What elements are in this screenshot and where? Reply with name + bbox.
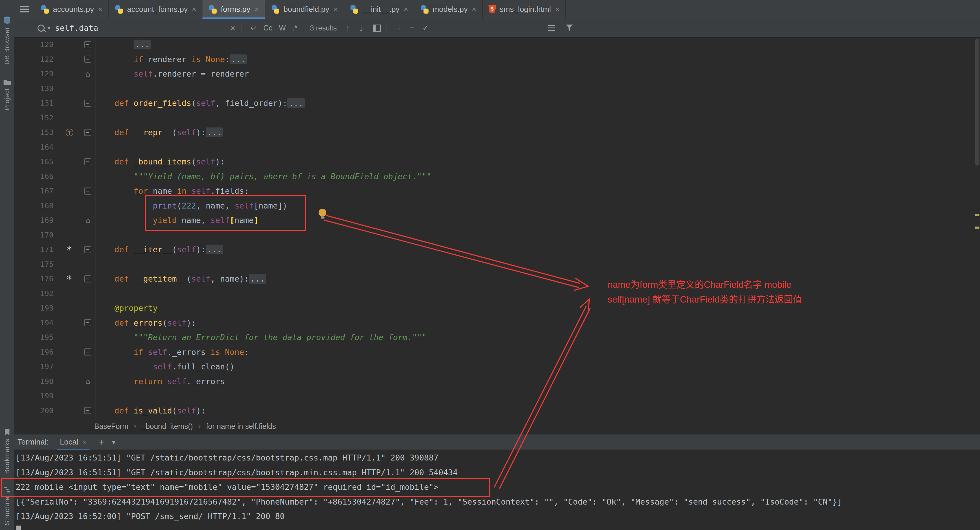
fold-toggle-icon[interactable]: − xyxy=(84,275,91,283)
code-text: def __getitem__(self, name):... xyxy=(95,271,266,286)
fold-toggle-icon[interactable]: − xyxy=(84,129,91,136)
code-token: is xyxy=(210,348,220,357)
fold-toggle-icon[interactable]: − xyxy=(84,158,91,165)
filter-icon[interactable] xyxy=(566,24,573,32)
line-number: 170 xyxy=(14,231,58,239)
tab-close-icon[interactable]: × xyxy=(555,5,560,14)
previous-occurrence-button[interactable]: ↑ xyxy=(346,23,350,33)
breadcrumb-item[interactable]: _bound_items() xyxy=(142,422,193,431)
breadcrumb-item[interactable]: for name in self.fields xyxy=(206,422,276,431)
search-query-text[interactable]: self.data xyxy=(55,23,230,32)
code-token xyxy=(201,55,206,64)
code-text: def _bound_items(self): xyxy=(95,154,225,169)
fold-toggle-icon[interactable]: − xyxy=(84,348,91,356)
close-icon[interactable]: × xyxy=(83,438,87,446)
fold-end-icon: ⌂ xyxy=(86,70,91,78)
editor-tab[interactable]: models.py× xyxy=(414,0,483,19)
sidebar-item-project[interactable]: Project xyxy=(3,79,11,110)
code-line: 199 xyxy=(14,389,980,404)
main-menu-button[interactable] xyxy=(14,0,35,19)
remove-occurrence-icon[interactable]: − xyxy=(410,23,414,32)
newline-icon[interactable]: ↵ xyxy=(251,24,257,32)
line-number: 168 xyxy=(14,201,58,210)
code-token: print xyxy=(153,201,177,210)
override-marker-icon[interactable]: ↑ xyxy=(65,129,73,136)
terminal-cursor[interactable] xyxy=(16,525,21,530)
search-result-stripe-mark[interactable] xyxy=(975,227,979,228)
line-number: 167 xyxy=(14,187,58,195)
select-all-occurrences-icon[interactable]: ✓ xyxy=(422,23,429,32)
sidebar-item-label: Structure xyxy=(3,496,11,525)
editor-tab[interactable]: __init__.py× xyxy=(344,0,414,19)
fold-toggle-icon[interactable]: − xyxy=(84,246,91,253)
code-token: if xyxy=(134,348,143,357)
tab-close-icon[interactable]: × xyxy=(192,5,196,14)
code-token: ( xyxy=(191,99,196,108)
line-number: 131 xyxy=(14,99,58,107)
tab-close-icon[interactable]: × xyxy=(333,5,338,14)
code-line: 166 """Yield (name, bf) pairs, where bf … xyxy=(14,169,980,184)
code-token: self xyxy=(234,201,254,210)
sidebar-item-structure[interactable]: Structure xyxy=(3,486,11,525)
terminal-tab-local[interactable]: Local × xyxy=(57,434,89,450)
code-token: @property xyxy=(115,303,158,313)
clear-search-icon[interactable]: × xyxy=(230,23,235,33)
tab-close-icon[interactable]: × xyxy=(472,5,476,14)
chevron-down-icon[interactable]: ▾ xyxy=(112,438,116,446)
annotation-note-line: name为form类里定义的CharField名字 mobile xyxy=(608,278,897,292)
terminal-line: 222 mobile <input type="text" name="mobi… xyxy=(16,480,980,495)
regex-toggle[interactable]: .* xyxy=(292,24,298,32)
fold-toggle-icon[interactable]: − xyxy=(84,187,91,195)
editor-tab[interactable]: forms.py× xyxy=(202,0,265,19)
fold-toggle-icon[interactable]: − xyxy=(84,41,91,48)
editor-scrollbar[interactable] xyxy=(974,37,980,418)
new-terminal-session-button[interactable]: + xyxy=(99,436,104,448)
terminal-tab-label: Local xyxy=(60,437,78,447)
view-options-icon[interactable] xyxy=(548,25,555,31)
editor-tab[interactable]: accounts.py× xyxy=(35,0,109,19)
tab-close-icon[interactable]: × xyxy=(404,5,408,14)
code-token: ( xyxy=(172,406,177,415)
editor-tab-bar: accounts.py×account_forms.py×forms.py×bo… xyxy=(14,0,980,19)
fold-toggle-icon[interactable]: − xyxy=(84,100,91,107)
line-number: 120 xyxy=(14,40,58,49)
tab-close-icon[interactable]: × xyxy=(255,5,259,14)
folder-icon xyxy=(3,79,11,85)
scrollbar-thumb[interactable] xyxy=(975,38,979,166)
code-token: yield xyxy=(153,216,177,225)
search-result-stripe-mark[interactable] xyxy=(975,214,979,216)
code-line: 169⌂ yield name, self[name] xyxy=(14,213,980,228)
editor-tab[interactable]: account_forms.py× xyxy=(109,0,202,19)
add-occurrence-icon[interactable]: + xyxy=(397,23,401,32)
match-case-toggle[interactable]: Cc xyxy=(263,24,272,32)
code-line: 164 xyxy=(14,140,980,155)
code-line: 131− def order_fields(self, field_order)… xyxy=(14,96,980,111)
line-number: 129 xyxy=(14,70,58,78)
code-token: __getitem__ xyxy=(134,274,186,283)
editor-tab[interactable]: 5sms_login.html× xyxy=(483,0,566,19)
words-toggle[interactable]: W xyxy=(279,24,286,32)
editor-tab[interactable]: boundfield.py× xyxy=(265,0,344,19)
fold-toggle-icon[interactable]: − xyxy=(84,56,91,63)
open-in-find-window-icon[interactable] xyxy=(373,24,381,32)
sidebar-item-db-browser[interactable]: DB Browser xyxy=(3,16,11,64)
line-number: 152 xyxy=(14,113,58,122)
code-line: 165− def _bound_items(self): xyxy=(14,154,980,169)
gutter-fold-cell: − xyxy=(80,319,95,326)
search-history-chevron-icon[interactable]: ▾ xyxy=(48,25,50,31)
gutter-star-icon: * xyxy=(67,273,72,284)
intention-bulb-icon[interactable] xyxy=(318,209,327,218)
code-token: self xyxy=(196,157,215,166)
sidebar-item-bookmarks[interactable]: Bookmarks xyxy=(3,429,11,474)
breadcrumb-item[interactable]: BaseForm xyxy=(94,422,128,431)
next-occurrence-button[interactable]: ↓ xyxy=(359,23,364,33)
search-input[interactable]: self.data × xyxy=(55,23,235,33)
line-number: 171 xyxy=(14,245,58,254)
terminal-header: Terminal: Local × + ▾ xyxy=(14,434,980,450)
fold-toggle-icon[interactable]: − xyxy=(84,407,91,414)
fold-toggle-icon[interactable]: − xyxy=(84,319,91,326)
tab-close-icon[interactable]: × xyxy=(98,5,103,14)
gutter-fold-cell: ⌂ xyxy=(80,216,95,225)
code-token: .full_clean() xyxy=(172,362,234,371)
code-token: ] xyxy=(254,216,258,225)
